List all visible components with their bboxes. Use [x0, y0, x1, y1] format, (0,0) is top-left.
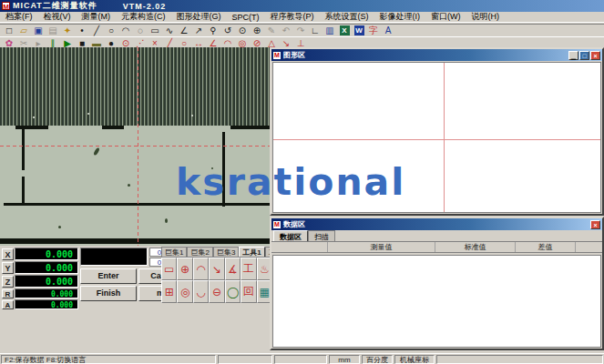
- finish-button[interactable]: Finish: [80, 286, 137, 301]
- column-header: 标准值: [435, 242, 516, 252]
- rectangle-tool-icon[interactable]: ▭: [148, 25, 162, 36]
- status-bar: F2:保存数据 F8:切换语言 mm 百分度 机械座标: [0, 353, 604, 364]
- report-image-icon[interactable]: ▥: [322, 25, 337, 36]
- point-tool-icon[interactable]: •: [75, 25, 89, 36]
- menu-item[interactable]: 程序教导(P): [265, 11, 320, 23]
- menu-item[interactable]: 影像处理(I): [374, 11, 426, 23]
- data-table-body: [272, 255, 601, 348]
- minimize-button[interactable]: ▁: [568, 51, 578, 60]
- tool-height[interactable]: 工: [241, 258, 256, 280]
- data-window-title: 数据区: [283, 219, 589, 229]
- tool-tab[interactable]: 巨集1: [161, 247, 187, 257]
- column-header: 差值: [516, 242, 576, 252]
- zoom-rotate-icon[interactable]: ↺: [220, 25, 235, 36]
- text-label-icon[interactable]: A: [381, 25, 395, 36]
- menu-item[interactable]: 档案(F): [0, 11, 38, 23]
- axis-label: Z: [2, 276, 14, 288]
- excel-export-icon[interactable]: X: [337, 25, 352, 36]
- tool-tab[interactable]: 工具1: [239, 247, 264, 257]
- icon-glyph: ⊕: [253, 25, 261, 36]
- new-document-icon[interactable]: □: [2, 25, 16, 36]
- axis-value-display: 0.000: [15, 261, 78, 274]
- zoom-in-icon[interactable]: ⚲: [206, 25, 220, 36]
- spline-tool-icon[interactable]: ∿: [162, 25, 177, 36]
- tool-glyph: ▦: [260, 286, 270, 298]
- menu-item[interactable]: 测量(M): [77, 11, 117, 23]
- menu-item[interactable]: 检视(V): [38, 11, 77, 23]
- tool-square[interactable]: 回: [241, 280, 256, 303]
- icon-glyph: ↺: [224, 25, 231, 36]
- word-export-icon[interactable]: W: [352, 25, 366, 36]
- target-icon[interactable]: ⊕: [250, 25, 264, 36]
- icon-glyph: ▥: [325, 25, 333, 36]
- axis-value-display: 0.000: [15, 288, 78, 298]
- speck: [165, 218, 168, 223]
- undo-icon[interactable]: ↶: [279, 25, 293, 36]
- pointer-tool-icon[interactable]: ↗: [191, 25, 206, 36]
- icon-glyph: ▤: [48, 25, 56, 36]
- tool-arc[interactable]: ◠: [193, 258, 209, 280]
- icon-glyph: □: [6, 25, 12, 36]
- tool-line-arrow[interactable]: ↘: [209, 258, 224, 280]
- close-button[interactable]: ×: [590, 220, 600, 229]
- speck: [191, 115, 193, 116]
- close-button[interactable]: ×: [590, 51, 600, 60]
- tool-tab[interactable]: 巨集2: [187, 247, 212, 257]
- column-header: [576, 242, 602, 252]
- toolbar-main: □ ▱ ▣ ▤ ✦ • ╱: [0, 24, 604, 36]
- circle-tool-icon[interactable]: ○: [104, 25, 118, 36]
- ellipse-tool-icon[interactable]: ◌: [133, 25, 148, 36]
- graphics-axis-horizontal: [273, 139, 600, 140]
- icon-glyph: ∟: [311, 25, 320, 36]
- tool-grid: ▭ ⊕ ◠ ↘ ∡ 工: [161, 258, 272, 303]
- graphics-window-titlebar[interactable]: M 图形区 ▁ □ ×: [271, 49, 602, 61]
- tool-slot[interactable]: ⊖: [209, 280, 224, 303]
- icon-glyph: A: [385, 25, 392, 36]
- icon-glyph: ✎: [268, 25, 275, 36]
- tool-arc-concave[interactable]: ◡: [193, 280, 209, 303]
- redo-icon[interactable]: ↷: [293, 25, 308, 36]
- font-icon[interactable]: 字: [366, 25, 381, 36]
- angle-tool-icon[interactable]: ∠: [177, 25, 191, 36]
- data-tab[interactable]: 扫描: [308, 230, 335, 241]
- tool-glyph: ⊕: [180, 263, 189, 276]
- menu-bar: 档案(F) 检视(V) 测量(M) 元素构造(C) 图形处理(G) SPC(T)…: [0, 12, 604, 23]
- tool-rect-cross[interactable]: ⊞: [161, 280, 177, 303]
- save-icon[interactable]: ▣: [31, 25, 46, 36]
- data-window-titlebar[interactable]: M 数据区 ×: [271, 218, 602, 230]
- enter-button[interactable]: Enter: [80, 268, 137, 284]
- data-table-header: 测量值 标准值 差值: [271, 242, 602, 253]
- line-tool-icon[interactable]: ╱: [89, 25, 104, 36]
- app-icon: M: [2, 2, 10, 10]
- icon-glyph: ◠: [122, 25, 130, 36]
- arc-tool-icon[interactable]: ◠: [118, 25, 133, 36]
- tool-ring[interactable]: ◎: [177, 280, 192, 303]
- angle-ruler-icon[interactable]: ∟: [308, 25, 322, 36]
- menu-item[interactable]: 元素构造(C): [116, 11, 171, 23]
- open-folder-icon[interactable]: ▱: [16, 25, 31, 36]
- track-line: [22, 177, 25, 205]
- data-tab[interactable]: 数据区: [273, 230, 308, 241]
- tool-green-ring[interactable]: ◯: [225, 280, 241, 303]
- tool-angle[interactable]: ∡: [225, 258, 241, 280]
- speck: [93, 147, 100, 157]
- track-line: [22, 129, 25, 170]
- tool-tab[interactable]: 巨集3: [213, 247, 239, 257]
- menu-item[interactable]: 系统设置(S): [320, 11, 374, 23]
- icon-glyph: X: [340, 25, 350, 35]
- tool-glyph: ◎: [180, 286, 189, 298]
- menu-item[interactable]: 窗口(W): [425, 11, 466, 23]
- pencil-icon[interactable]: ✎: [264, 25, 279, 36]
- camera-image-view[interactable]: [0, 47, 270, 246]
- icon-glyph: ⚲: [210, 25, 216, 36]
- compass-icon[interactable]: ⊙: [235, 25, 250, 36]
- maximize-button[interactable]: □: [579, 51, 589, 60]
- key-icon[interactable]: ✦: [60, 25, 75, 36]
- tool-rectangle[interactable]: ▭: [161, 258, 177, 280]
- menu-item[interactable]: 图形处理(G): [171, 11, 227, 23]
- tool-circle-target[interactable]: ⊕: [177, 258, 192, 280]
- menu-item[interactable]: SPC(T): [227, 13, 265, 22]
- print-icon[interactable]: ▤: [46, 25, 60, 36]
- icon-glyph: •: [80, 25, 84, 36]
- menu-item[interactable]: 说明(H): [466, 11, 506, 23]
